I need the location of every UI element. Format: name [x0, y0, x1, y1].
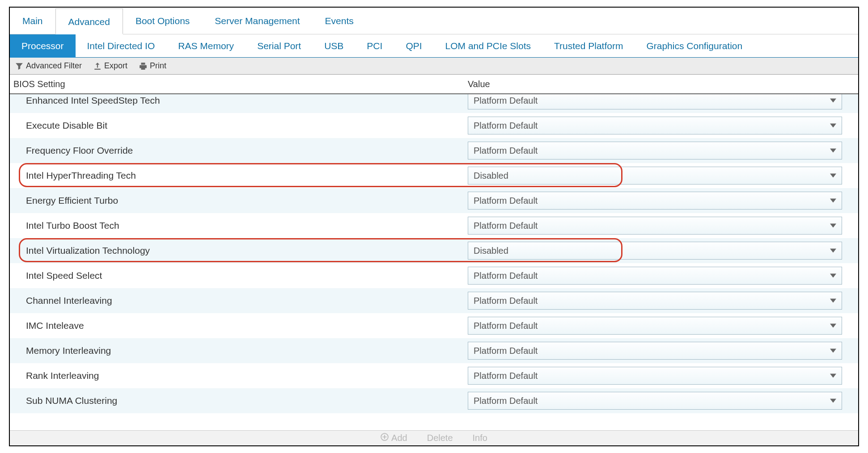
primary-tab-events[interactable]: Events: [313, 8, 366, 34]
setting-label: Intel Speed Select: [10, 270, 466, 281]
advanced-filter-label: Advanced Filter: [26, 61, 82, 71]
info-button[interactable]: Info: [473, 433, 487, 443]
setting-label: Intel Turbo Boost Tech: [10, 220, 466, 231]
advanced-filter-button[interactable]: Advanced Filter: [15, 61, 82, 71]
setting-value-text: Platform Default: [474, 196, 538, 206]
info-label: Info: [473, 433, 487, 443]
secondary-tab-bar: ProcessorIntel Directed IORAS MemorySeri…: [10, 34, 858, 58]
setting-label: Frequency Floor Override: [10, 145, 466, 156]
secondary-tab-intel-directed-io[interactable]: Intel Directed IO: [76, 34, 167, 58]
setting-value-text: Disabled: [474, 246, 508, 256]
setting-value-select[interactable]: Disabled: [468, 167, 842, 185]
chevron-down-icon: [830, 199, 836, 203]
secondary-tab-lom-and-pcie-slots[interactable]: LOM and PCIe Slots: [434, 34, 542, 58]
setting-label: Intel HyperThreading Tech: [10, 170, 466, 181]
setting-value-select[interactable]: Platform Default: [468, 317, 842, 335]
setting-label: Memory Interleaving: [10, 345, 466, 356]
chevron-down-icon: [830, 299, 836, 303]
filter-icon: [15, 62, 23, 70]
setting-label: Execute Disable Bit: [10, 120, 466, 131]
setting-row: Intel Virtualization TechnologyDisabled: [10, 238, 858, 263]
setting-row: Rank InterleavingPlatform Default: [10, 363, 858, 388]
setting-value-text: Platform Default: [474, 296, 538, 306]
secondary-tab-usb[interactable]: USB: [313, 34, 355, 58]
setting-label: IMC Inteleave: [10, 320, 466, 331]
setting-row: Execute Disable BitPlatform Default: [10, 113, 858, 138]
primary-tab-advanced[interactable]: Advanced: [55, 8, 123, 34]
secondary-tab-ras-memory[interactable]: RAS Memory: [166, 34, 246, 58]
secondary-tab-qpi[interactable]: QPI: [394, 34, 433, 58]
chevron-down-icon: [830, 349, 836, 353]
setting-value-select[interactable]: Platform Default: [468, 94, 842, 109]
setting-value-cell: Platform Default: [466, 142, 858, 159]
setting-label: Energy Efficient Turbo: [10, 195, 466, 206]
chevron-down-icon: [830, 274, 836, 278]
setting-value-text: Platform Default: [474, 221, 538, 231]
setting-row: Frequency Floor OverridePlatform Default: [10, 138, 858, 163]
print-icon: [139, 62, 147, 70]
setting-label: Sub NUMA Clustering: [10, 395, 466, 406]
delete-label: Delete: [427, 433, 453, 443]
setting-label: Rank Interleaving: [10, 370, 466, 381]
setting-value-select[interactable]: Platform Default: [468, 117, 842, 134]
setting-value-cell: Platform Default: [466, 267, 858, 285]
print-button[interactable]: Print: [139, 61, 166, 71]
secondary-tab-graphics-configuration[interactable]: Graphics Configuration: [635, 34, 754, 58]
setting-row: IMC InteleavePlatform Default: [10, 313, 858, 338]
chevron-down-icon: [830, 249, 836, 253]
setting-value-text: Platform Default: [474, 271, 538, 281]
add-icon: [381, 433, 389, 443]
setting-value-text: Platform Default: [474, 146, 538, 156]
setting-value-cell: Platform Default: [466, 317, 858, 335]
export-label: Export: [104, 61, 127, 71]
chevron-down-icon: [830, 374, 836, 378]
setting-value-cell: Platform Default: [466, 392, 858, 410]
setting-value-select[interactable]: Platform Default: [468, 192, 842, 210]
setting-value-select[interactable]: Platform Default: [468, 217, 842, 235]
setting-value-cell: Platform Default: [466, 94, 858, 109]
add-button[interactable]: Add: [381, 433, 407, 443]
setting-row: Intel Turbo Boost TechPlatform Default: [10, 213, 858, 238]
setting-row: Energy Efficient TurboPlatform Default: [10, 188, 858, 213]
add-label: Add: [391, 433, 407, 443]
setting-label: Enhanced Intel SpeedStep Tech: [10, 95, 466, 106]
chevron-down-icon: [830, 149, 836, 153]
secondary-tab-trusted-platform[interactable]: Trusted Platform: [542, 34, 635, 58]
print-label: Print: [150, 61, 166, 71]
export-icon: [93, 62, 102, 70]
setting-value-cell: Platform Default: [466, 192, 858, 210]
delete-button[interactable]: Delete: [427, 433, 453, 443]
setting-value-select[interactable]: Platform Default: [468, 292, 842, 310]
setting-value-text: Disabled: [474, 171, 508, 181]
setting-value-cell: Platform Default: [466, 117, 858, 134]
chevron-down-icon: [830, 124, 836, 128]
setting-value-cell: Platform Default: [466, 367, 858, 385]
secondary-tab-processor[interactable]: Processor: [10, 34, 76, 58]
primary-tab-server-management[interactable]: Server Management: [202, 8, 312, 34]
column-header-value: Value: [466, 79, 858, 89]
footer-action-bar: Add Delete Info: [10, 430, 858, 445]
setting-row: Memory InterleavingPlatform Default: [10, 338, 858, 363]
setting-row: Intel Speed SelectPlatform Default: [10, 263, 858, 288]
setting-value-cell: Disabled: [466, 242, 858, 260]
setting-value-text: Platform Default: [474, 96, 538, 106]
setting-value-select[interactable]: Platform Default: [468, 392, 842, 410]
setting-value-text: Platform Default: [474, 371, 538, 381]
setting-label: Intel Virtualization Technology: [10, 245, 466, 256]
setting-value-select[interactable]: Platform Default: [468, 142, 842, 159]
column-header-setting: BIOS Setting: [10, 79, 466, 89]
export-button[interactable]: Export: [93, 61, 127, 71]
setting-value-select[interactable]: Disabled: [468, 242, 842, 260]
chevron-down-icon: [830, 99, 836, 103]
primary-tab-main[interactable]: Main: [10, 8, 55, 34]
setting-value-select[interactable]: Platform Default: [468, 367, 842, 385]
setting-value-text: Platform Default: [474, 396, 538, 406]
setting-value-text: Platform Default: [474, 121, 538, 131]
secondary-tab-serial-port[interactable]: Serial Port: [246, 34, 313, 58]
setting-value-select[interactable]: Platform Default: [468, 267, 842, 285]
setting-value-select[interactable]: Platform Default: [468, 342, 842, 360]
primary-tab-boot-options[interactable]: Boot Options: [123, 8, 202, 34]
secondary-tab-pci[interactable]: PCI: [355, 34, 394, 58]
setting-value-cell: Platform Default: [466, 342, 858, 360]
settings-list: Enhanced Intel SpeedStep TechPlatform De…: [10, 94, 858, 430]
